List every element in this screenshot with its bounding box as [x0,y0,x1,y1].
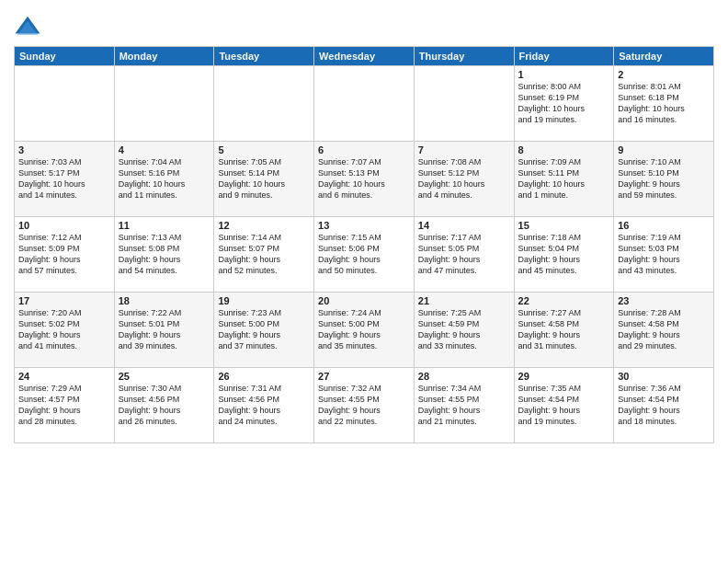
day-info: Sunrise: 7:10 AM Sunset: 5:10 PM Dayligh… [618,156,710,201]
day-number: 2 [618,69,710,80]
day-info: Sunrise: 7:19 AM Sunset: 5:03 PM Dayligh… [618,232,710,277]
calendar-cell: 10Sunrise: 7:12 AM Sunset: 5:09 PM Dayli… [15,217,115,293]
calendar-header-row: SundayMondayTuesdayWednesdayThursdayFrid… [15,47,714,66]
day-info: Sunrise: 7:28 AM Sunset: 4:58 PM Dayligh… [618,307,710,352]
day-info: Sunrise: 7:14 AM Sunset: 5:07 PM Dayligh… [218,232,310,277]
day-number: 6 [318,144,410,155]
calendar-cell: 1Sunrise: 8:00 AM Sunset: 6:19 PM Daylig… [514,66,614,142]
calendar-cell [314,66,415,142]
calendar-cell: 22Sunrise: 7:27 AM Sunset: 4:58 PM Dayli… [514,293,614,368]
calendar-cell [15,66,115,142]
calendar-cell: 19Sunrise: 7:23 AM Sunset: 5:00 PM Dayli… [214,293,314,368]
calendar-cell: 2Sunrise: 8:01 AM Sunset: 6:18 PM Daylig… [614,66,714,142]
col-header-thursday: Thursday [414,47,514,66]
day-info: Sunrise: 7:13 AM Sunset: 5:08 PM Dayligh… [119,232,210,277]
calendar-cell: 20Sunrise: 7:24 AM Sunset: 5:00 PM Dayli… [314,293,415,368]
calendar-cell: 17Sunrise: 7:20 AM Sunset: 5:02 PM Dayli… [15,293,115,368]
day-number: 16 [618,220,710,231]
calendar-cell: 7Sunrise: 7:08 AM Sunset: 5:12 PM Daylig… [414,142,514,217]
day-info: Sunrise: 7:03 AM Sunset: 5:17 PM Dayligh… [18,156,110,201]
calendar-cell: 26Sunrise: 7:31 AM Sunset: 4:56 PM Dayli… [214,368,314,443]
calendar-cell: 14Sunrise: 7:17 AM Sunset: 5:05 PM Dayli… [414,217,514,293]
calendar-week-2: 3Sunrise: 7:03 AM Sunset: 5:17 PM Daylig… [15,142,714,217]
day-number: 18 [119,295,210,306]
calendar-week-3: 10Sunrise: 7:12 AM Sunset: 5:09 PM Dayli… [15,217,714,293]
day-info: Sunrise: 7:09 AM Sunset: 5:11 PM Dayligh… [518,156,610,201]
calendar-week-1: 1Sunrise: 8:00 AM Sunset: 6:19 PM Daylig… [15,66,714,142]
day-info: Sunrise: 7:07 AM Sunset: 5:13 PM Dayligh… [318,156,410,201]
header [14,9,714,40]
day-number: 9 [618,144,710,155]
day-number: 4 [119,144,210,155]
calendar-cell: 16Sunrise: 7:19 AM Sunset: 5:03 PM Dayli… [614,217,714,293]
day-number: 19 [218,295,310,306]
page: SundayMondayTuesdayWednesdayThursdayFrid… [0,0,728,563]
col-header-wednesday: Wednesday [314,47,415,66]
day-number: 1 [518,69,610,80]
calendar-cell: 21Sunrise: 7:25 AM Sunset: 4:59 PM Dayli… [414,293,514,368]
day-number: 13 [318,220,410,231]
day-number: 11 [119,220,210,231]
day-info: Sunrise: 7:15 AM Sunset: 5:06 PM Dayligh… [318,232,410,277]
day-info: Sunrise: 8:00 AM Sunset: 6:19 PM Dayligh… [518,81,610,126]
day-info: Sunrise: 8:01 AM Sunset: 6:18 PM Dayligh… [618,81,710,126]
calendar-cell: 28Sunrise: 7:34 AM Sunset: 4:55 PM Dayli… [414,368,514,443]
calendar-cell: 29Sunrise: 7:35 AM Sunset: 4:54 PM Dayli… [514,368,614,443]
calendar-cell: 6Sunrise: 7:07 AM Sunset: 5:13 PM Daylig… [314,142,415,217]
calendar-cell: 8Sunrise: 7:09 AM Sunset: 5:11 PM Daylig… [514,142,614,217]
calendar-cell: 5Sunrise: 7:05 AM Sunset: 5:14 PM Daylig… [214,142,314,217]
day-number: 17 [18,295,110,306]
day-info: Sunrise: 7:30 AM Sunset: 4:56 PM Dayligh… [119,383,210,428]
col-header-tuesday: Tuesday [214,47,314,66]
day-info: Sunrise: 7:35 AM Sunset: 4:54 PM Dayligh… [518,383,610,428]
day-number: 27 [318,371,410,382]
day-number: 7 [418,144,510,155]
calendar-cell: 18Sunrise: 7:22 AM Sunset: 5:01 PM Dayli… [114,293,214,368]
day-number: 20 [318,295,410,306]
col-header-saturday: Saturday [614,47,714,66]
day-number: 3 [18,144,110,155]
day-info: Sunrise: 7:18 AM Sunset: 5:04 PM Dayligh… [518,232,610,277]
day-info: Sunrise: 7:34 AM Sunset: 4:55 PM Dayligh… [418,383,510,428]
calendar-table: SundayMondayTuesdayWednesdayThursdayFrid… [14,46,714,443]
day-info: Sunrise: 7:36 AM Sunset: 4:54 PM Dayligh… [618,383,710,428]
calendar-cell: 15Sunrise: 7:18 AM Sunset: 5:04 PM Dayli… [514,217,614,293]
day-number: 15 [518,220,610,231]
calendar-cell: 9Sunrise: 7:10 AM Sunset: 5:10 PM Daylig… [614,142,714,217]
calendar-week-5: 24Sunrise: 7:29 AM Sunset: 4:57 PM Dayli… [15,368,714,443]
calendar-cell: 13Sunrise: 7:15 AM Sunset: 5:06 PM Dayli… [314,217,415,293]
calendar-body: 1Sunrise: 8:00 AM Sunset: 6:19 PM Daylig… [15,66,714,443]
day-number: 22 [518,295,610,306]
calendar-cell: 4Sunrise: 7:04 AM Sunset: 5:16 PM Daylig… [114,142,214,217]
day-number: 26 [218,371,310,382]
day-info: Sunrise: 7:22 AM Sunset: 5:01 PM Dayligh… [119,307,210,352]
day-info: Sunrise: 7:08 AM Sunset: 5:12 PM Dayligh… [418,156,510,201]
day-number: 24 [18,371,110,382]
calendar-cell [214,66,314,142]
day-number: 21 [418,295,510,306]
day-info: Sunrise: 7:04 AM Sunset: 5:16 PM Dayligh… [119,156,210,201]
logo-icon [14,13,41,40]
day-number: 25 [119,371,210,382]
day-info: Sunrise: 7:25 AM Sunset: 4:59 PM Dayligh… [418,307,510,352]
col-header-friday: Friday [514,47,614,66]
day-info: Sunrise: 7:05 AM Sunset: 5:14 PM Dayligh… [218,156,310,201]
calendar-week-4: 17Sunrise: 7:20 AM Sunset: 5:02 PM Dayli… [15,293,714,368]
day-number: 8 [518,144,610,155]
col-header-monday: Monday [114,47,214,66]
day-number: 30 [618,371,710,382]
day-number: 23 [618,295,710,306]
calendar-cell: 30Sunrise: 7:36 AM Sunset: 4:54 PM Dayli… [614,368,714,443]
day-info: Sunrise: 7:32 AM Sunset: 4:55 PM Dayligh… [318,383,410,428]
calendar-cell: 12Sunrise: 7:14 AM Sunset: 5:07 PM Dayli… [214,217,314,293]
calendar-cell [114,66,214,142]
day-info: Sunrise: 7:31 AM Sunset: 4:56 PM Dayligh… [218,383,310,428]
day-info: Sunrise: 7:29 AM Sunset: 4:57 PM Dayligh… [18,383,110,428]
day-info: Sunrise: 7:20 AM Sunset: 5:02 PM Dayligh… [18,307,110,352]
day-info: Sunrise: 7:23 AM Sunset: 5:00 PM Dayligh… [218,307,310,352]
calendar-cell: 27Sunrise: 7:32 AM Sunset: 4:55 PM Dayli… [314,368,415,443]
day-number: 14 [418,220,510,231]
col-header-sunday: Sunday [15,47,115,66]
day-number: 5 [218,144,310,155]
day-info: Sunrise: 7:24 AM Sunset: 5:00 PM Dayligh… [318,307,410,352]
